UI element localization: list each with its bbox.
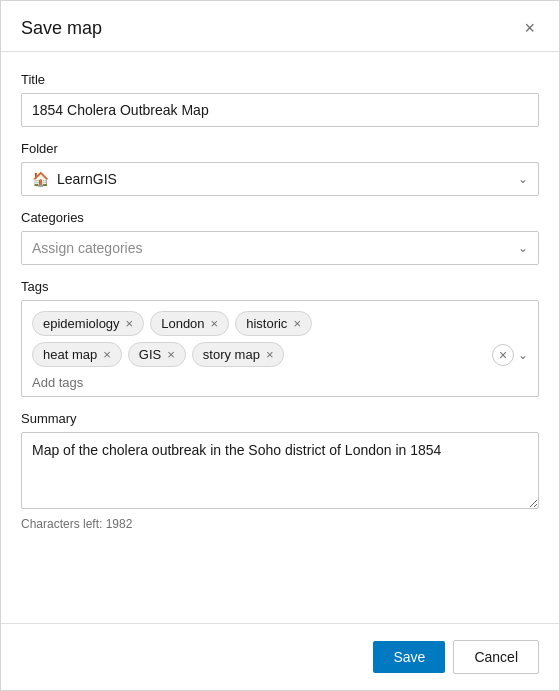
categories-field-group: Categories Assign categories ⌄ — [21, 210, 539, 265]
categories-chevron-icon: ⌄ — [518, 241, 528, 255]
remove-london-button[interactable]: × — [211, 317, 219, 330]
categories-select[interactable]: Assign categories ⌄ — [21, 231, 539, 265]
tag-historic: historic × — [235, 311, 312, 336]
close-button[interactable]: × — [520, 17, 539, 39]
dialog-title: Save map — [21, 18, 102, 39]
folder-value: LearnGIS — [57, 171, 117, 187]
categories-placeholder: Assign categories — [32, 240, 143, 256]
title-input[interactable] — [21, 93, 539, 127]
tag-heatmap: heat map × — [32, 342, 122, 367]
tags-container: epidemiology × London × historic × — [21, 300, 539, 397]
tags-row-actions: × ⌄ — [492, 344, 528, 366]
folder-label: Folder — [21, 141, 539, 156]
remove-historic-button[interactable]: × — [293, 317, 301, 330]
remove-storymap-button[interactable]: × — [266, 348, 274, 361]
add-tags-input[interactable]: Add tags — [32, 375, 528, 390]
remove-gis-button[interactable]: × — [167, 348, 175, 361]
remove-epidemiology-button[interactable]: × — [126, 317, 134, 330]
title-field-group: Title — [21, 72, 539, 127]
dialog-footer: Save Cancel — [1, 623, 559, 690]
folder-chevron-icon: ⌄ — [518, 172, 528, 186]
summary-textarea[interactable]: Map of the cholera outbreak in the Soho … — [21, 432, 539, 509]
folder-select[interactable]: 🏠 LearnGIS ⌄ — [21, 162, 539, 196]
remove-heatmap-button[interactable]: × — [103, 348, 111, 361]
folder-field-group: Folder 🏠 LearnGIS ⌄ — [21, 141, 539, 196]
tags-row-2: heat map × GIS × story map × × — [32, 342, 528, 367]
tags-label: Tags — [21, 279, 539, 294]
save-button[interactable]: Save — [373, 641, 445, 673]
chars-left-label: Characters left: 1982 — [21, 517, 539, 531]
tag-gis: GIS × — [128, 342, 186, 367]
clear-all-tags-button[interactable]: × — [492, 344, 514, 366]
dialog-body: Title Folder 🏠 LearnGIS ⌄ Categories Ass… — [1, 52, 559, 623]
title-label: Title — [21, 72, 539, 87]
expand-tags-button[interactable]: ⌄ — [518, 348, 528, 362]
save-map-dialog: Save map × Title Folder 🏠 LearnGIS ⌄ Cat… — [0, 0, 560, 691]
summary-field-group: Summary Map of the cholera outbreak in t… — [21, 411, 539, 531]
summary-label: Summary — [21, 411, 539, 426]
tag-epidemiology: epidemiology × — [32, 311, 144, 336]
dialog-header: Save map × — [1, 1, 559, 52]
categories-label: Categories — [21, 210, 539, 225]
tags-field-group: Tags epidemiology × London × historic × — [21, 279, 539, 397]
tag-london: London × — [150, 311, 229, 336]
cancel-button[interactable]: Cancel — [453, 640, 539, 674]
home-icon: 🏠 — [32, 171, 49, 187]
tags-row-1: epidemiology × London × historic × — [32, 311, 528, 336]
tag-storymap: story map × — [192, 342, 285, 367]
